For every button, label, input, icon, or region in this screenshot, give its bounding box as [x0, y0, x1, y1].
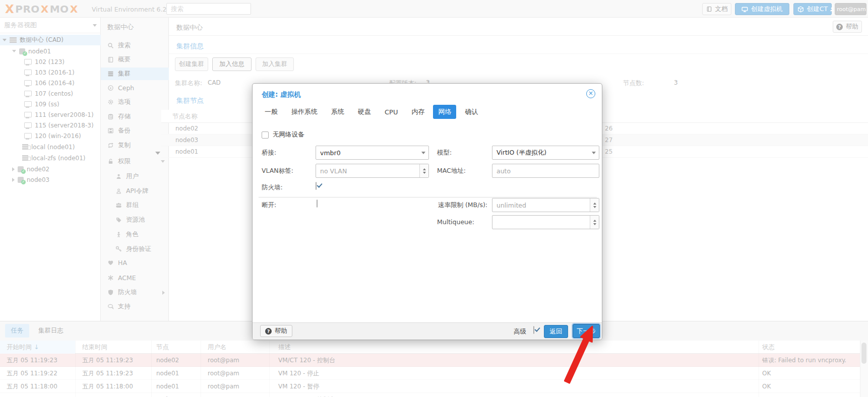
chevron-down-icon: [592, 152, 596, 154]
tab-cpu[interactable]: CPU: [380, 106, 403, 118]
chevron-down-icon: [421, 152, 425, 154]
advanced-label: 高级: [514, 327, 526, 336]
model-select[interactable]: [492, 146, 599, 160]
rate-limit-input[interactable]: [492, 198, 599, 212]
disconnect-checkbox[interactable]: [317, 200, 318, 208]
spinner-up-icon[interactable]: [423, 168, 426, 170]
firewall-label: 防火墙:: [262, 184, 283, 191]
tab-network[interactable]: 网络: [433, 105, 456, 119]
mac-input[interactable]: [492, 164, 599, 178]
tab-disks[interactable]: 硬盘: [353, 105, 376, 119]
bridge-input[interactable]: [316, 146, 429, 160]
model-label: 模型:: [437, 149, 452, 156]
dialog-tabbar: 一般 操作系统 系统 硬盘 CPU 内存 网络 确认: [260, 105, 483, 119]
spinner-up-icon[interactable]: [593, 203, 596, 205]
tab-confirm[interactable]: 确认: [460, 105, 483, 119]
multiqueue-label: Multiqueue:: [437, 219, 474, 226]
multiqueue-input[interactable]: [492, 215, 599, 229]
bridge-label: 桥接:: [262, 149, 276, 156]
advanced-divider: [259, 197, 597, 197]
mac-field[interactable]: [492, 164, 599, 178]
tab-memory[interactable]: 内存: [406, 105, 429, 119]
spinner-buttons[interactable]: [419, 164, 428, 177]
vlan-input[interactable]: [316, 164, 429, 178]
spinner-up-icon[interactable]: [593, 220, 596, 222]
tab-general[interactable]: 一般: [260, 105, 283, 119]
question-icon: ?: [265, 328, 272, 335]
rate-limit-label: 速率限制 (MB/s):: [419, 202, 487, 209]
red-pointer-arrow: [554, 320, 610, 397]
spinner-down-icon[interactable]: [593, 206, 596, 208]
vlan-spinner[interactable]: [316, 164, 429, 178]
tab-system[interactable]: 系统: [326, 105, 349, 119]
create-vm-dialog: 创建: 虚拟机 × 一般 操作系统 系统 硬盘 CPU 内存 网络 确认 无网络…: [252, 83, 602, 340]
tab-os[interactable]: 操作系统: [286, 105, 323, 119]
rate-limit-spinner[interactable]: [492, 198, 599, 212]
disconnect-label: 断开:: [262, 202, 276, 209]
vlan-label: VLAN标签:: [262, 167, 293, 174]
bridge-select[interactable]: [316, 146, 429, 160]
proxmox-app-window: X PROXMOX Virtual Environment 6.2-15 文档 …: [0, 0, 868, 397]
model-input[interactable]: [492, 146, 599, 160]
dialog-help-button[interactable]: ? 帮助: [260, 325, 292, 337]
multiqueue-spinner[interactable]: [492, 215, 599, 229]
no-network-checkbox[interactable]: [262, 131, 269, 139]
firewall-checkbox[interactable]: [316, 182, 317, 190]
advanced-checkbox[interactable]: [533, 326, 534, 334]
spinner-buttons[interactable]: [590, 198, 599, 212]
mac-label: MAC地址:: [437, 167, 466, 174]
dialog-title: 创建: 虚拟机: [262, 90, 301, 99]
close-icon[interactable]: ×: [586, 89, 595, 98]
spinner-down-icon[interactable]: [423, 172, 426, 174]
no-network-field[interactable]: 无网络设备: [262, 130, 304, 139]
spinner-buttons[interactable]: [590, 216, 599, 229]
spinner-down-icon[interactable]: [593, 223, 596, 225]
